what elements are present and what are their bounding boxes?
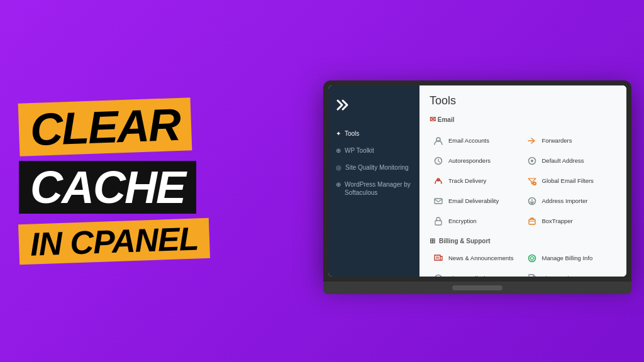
svg-rect-8	[435, 221, 441, 225]
track-delivery-label: Track Delivery	[448, 177, 486, 184]
view-invoice-item[interactable]: View Invoice Here	[523, 269, 617, 277]
boxtrapper-icon	[526, 215, 538, 228]
forwarders-icon	[526, 134, 538, 147]
email-accounts-icon	[432, 134, 445, 147]
email-grid: Email Accounts Forwarders	[430, 131, 616, 231]
address-importer-item[interactable]: Address Importer	[523, 192, 617, 211]
email-deliverability-label: Email Deliverability	[448, 197, 499, 204]
cpanel-logo	[328, 93, 419, 125]
autoresponders-item[interactable]: Autoresponders	[430, 151, 523, 170]
svg-point-11	[530, 257, 533, 260]
sidebar-site-quality-label: Site Quality Monitoring	[345, 163, 409, 172]
left-panel: CLEAR CACHE IN CPANEL	[0, 0, 333, 362]
news-announcements-item[interactable]: News & Announcements	[430, 249, 523, 268]
wp-manager-icon: ⊕	[336, 181, 341, 188]
view-email-history-label: View Email History	[448, 275, 498, 277]
email-deliverability-item[interactable]: Email Deliverability	[430, 192, 523, 211]
track-delivery-item[interactable]: Track Delivery	[430, 172, 523, 190]
encryption-item[interactable]: Encryption	[430, 212, 523, 231]
laptop-container: ✦ Tools ⊕ WP Toolkit ◎ Site Quality Moni…	[311, 0, 644, 362]
svg-rect-9	[529, 219, 535, 224]
autoresponders-label: Autoresponders	[448, 157, 491, 164]
global-email-filters-icon	[526, 175, 538, 187]
email-section-header: ✉ Email	[430, 115, 616, 126]
page-title: Tools	[430, 94, 616, 107]
svg-point-3	[531, 160, 533, 162]
manage-billing-icon	[526, 252, 538, 265]
sidebar-item-site-quality[interactable]: ◎ Site Quality Monitoring	[328, 159, 419, 176]
cpanel-sidebar: ✦ Tools ⊕ WP Toolkit ◎ Site Quality Moni…	[328, 85, 419, 277]
sidebar-item-tools[interactable]: ✦ Tools	[328, 125, 419, 142]
laptop-base	[323, 282, 631, 294]
forwarders-label: Forwarders	[542, 137, 572, 144]
wp-icon: ⊕	[336, 147, 341, 154]
forwarders-item[interactable]: Forwarders	[523, 131, 617, 150]
billing-grid: News & Announcements Manage Billing Inf	[430, 249, 616, 277]
global-email-filters-item[interactable]: Global Email Filters	[523, 172, 617, 190]
default-address-label: Default Address	[542, 157, 584, 164]
view-email-history-icon	[432, 272, 445, 277]
clear-text: CLEAR	[30, 99, 181, 155]
email-accounts-label: Email Accounts	[448, 137, 489, 144]
logo-icon	[336, 98, 353, 115]
laptop-screen: ✦ Tools ⊕ WP Toolkit ◎ Site Quality Moni…	[328, 85, 626, 277]
encryption-icon	[432, 215, 445, 228]
manage-billing-label: Manage Billing Info	[542, 255, 593, 261]
sidebar-wp-label: WP Toolkit	[345, 146, 374, 155]
sidebar-item-wp-toolkit[interactable]: ⊕ WP Toolkit	[328, 142, 419, 159]
global-email-filters-label: Global Email Filters	[542, 177, 594, 184]
view-email-history-item[interactable]: View Email History	[430, 269, 523, 277]
banner-cache: CACHE	[19, 161, 196, 214]
address-importer-label: Address Importer	[542, 197, 588, 204]
cache-text: CACHE	[30, 162, 185, 212]
banner-in-cpanel: IN CPANEL	[18, 218, 210, 265]
encryption-label: Encryption	[448, 217, 477, 224]
view-invoice-label: View Invoice Here	[542, 275, 590, 277]
laptop-screen-outer: ✦ Tools ⊕ WP Toolkit ◎ Site Quality Moni…	[323, 80, 631, 282]
tools-icon: ✦	[336, 130, 341, 137]
site-quality-icon: ◎	[336, 164, 341, 171]
email-accounts-item[interactable]: Email Accounts	[430, 131, 523, 150]
sidebar-tools-label: Tools	[345, 129, 359, 138]
boxtrapper-label: BoxTrapper	[542, 217, 573, 224]
sidebar-wp-manager-label: WordPress Manager by Softaculous	[345, 180, 412, 197]
banner-clear: CLEAR	[18, 97, 192, 156]
svg-rect-6	[435, 199, 442, 204]
cpanel-main: Tools ✉ Email	[419, 85, 626, 277]
default-address-icon	[526, 155, 538, 167]
boxtrapper-item[interactable]: BoxTrapper	[523, 212, 617, 231]
manage-billing-item[interactable]: Manage Billing Info	[523, 249, 617, 268]
laptop: ✦ Tools ⊕ WP Toolkit ◎ Site Quality Moni…	[323, 80, 631, 294]
default-address-item[interactable]: Default Address	[523, 151, 617, 170]
billing-icon: ⊞	[430, 237, 435, 245]
address-importer-icon	[526, 195, 538, 207]
track-delivery-icon	[432, 175, 445, 187]
autoresponders-icon	[432, 155, 445, 167]
in-cpanel-text: IN CPANEL	[30, 220, 199, 262]
news-icon	[432, 252, 445, 265]
view-invoice-icon	[526, 272, 538, 277]
billing-section-header: ⊞ Billing & Support	[430, 237, 616, 245]
news-announcements-label: News & Announcements	[448, 255, 514, 261]
sidebar-item-wp-manager[interactable]: ⊕ WordPress Manager by Softaculous	[328, 176, 419, 201]
email-deliverability-icon	[432, 195, 445, 207]
